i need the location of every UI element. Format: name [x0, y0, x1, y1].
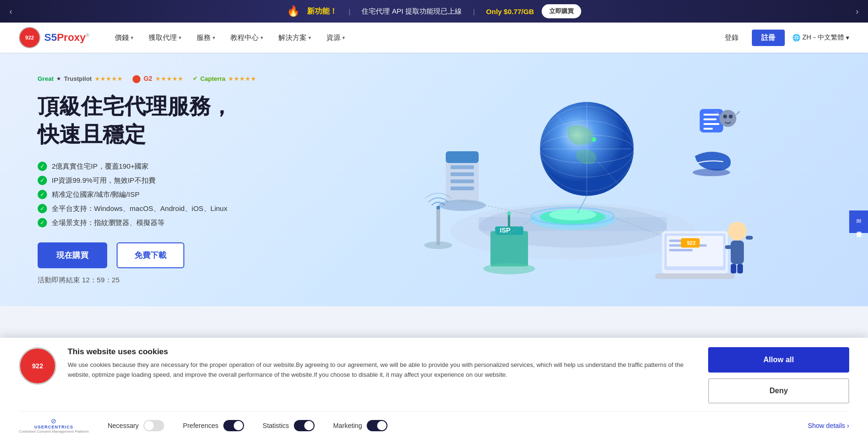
logo-area[interactable]: 922 S5Proxy®	[19, 27, 89, 48]
hero-title: 頂級住宅代理服務， 快速且穩定	[38, 93, 320, 149]
dropdown-icon: ▾	[179, 35, 181, 41]
header: 922 S5Proxy® 價錢 ▾ 獲取代理 ▾ 服務 ▾ 教程中心 ▾ 解決方…	[0, 23, 868, 53]
svg-point-32	[483, 263, 535, 274]
cookie-description: We use cookies because they are necessar…	[68, 360, 697, 380]
dropdown-icon: ▾	[260, 35, 263, 41]
svg-line-58	[736, 111, 740, 115]
language-selector[interactable]: 🌐 ZH－中文繁體 ▾	[792, 33, 849, 42]
marketing-toggle[interactable]	[367, 420, 387, 431]
announcement-description: 住宅代理 API 提取功能現已上線	[362, 7, 462, 16]
check-icon: ✓	[38, 218, 47, 227]
dropdown-icon: ▾	[342, 35, 345, 41]
svg-rect-44	[725, 245, 732, 249]
feature-list: ✓ 2億真實住宅IP，覆蓋190+國家 ✓ IP資源99.9%可用，無效IP不扣…	[38, 162, 320, 227]
nav-item-services[interactable]: 服務 ▾	[190, 30, 222, 46]
check-icon: ✓	[38, 176, 47, 185]
svg-rect-27	[490, 231, 528, 266]
hero-left-content: Great ★ Trustpilot ★★★★★ ⬤ G2 ★★★★★ ✔ Ca…	[38, 74, 320, 285]
svg-rect-22	[450, 187, 474, 190]
hero-illustration-svg: ISP 922	[320, 71, 830, 288]
svg-point-54	[719, 110, 736, 127]
svg-text:922: 922	[687, 240, 695, 246]
hero-illustration-area: ISP 922	[320, 71, 830, 288]
feature-item-1: ✓ 2億真實住宅IP，覆蓋190+國家	[38, 162, 320, 171]
svg-rect-24	[436, 208, 440, 245]
cookie-bottom-section: ⊘ USERCENTRICS Cookiebot Consent Managem…	[19, 411, 849, 434]
login-button[interactable]: 登錄	[719, 30, 744, 46]
cookie-content: This website uses cookies We use cookies…	[68, 347, 697, 404]
new-feature-label: 新功能！	[307, 7, 337, 16]
dropdown-icon: ▾	[131, 35, 134, 41]
countdown: 活動即將結束 12：59：25	[38, 276, 320, 285]
email-sidebar-tab[interactable]: ✉ 電子郵件	[849, 212, 868, 233]
deny-button[interactable]: Deny	[708, 378, 849, 404]
necessary-consent: Necessary	[108, 420, 164, 431]
chevron-down-icon: ▾	[846, 34, 849, 41]
statistics-consent: Statistics	[263, 420, 315, 431]
svg-point-42	[728, 222, 747, 241]
nav-item-solutions[interactable]: 解決方案 ▾	[272, 30, 318, 46]
dropdown-icon: ▾	[308, 35, 311, 41]
svg-rect-46	[731, 264, 736, 273]
cookie-action-buttons: Allow all Deny	[708, 347, 849, 404]
svg-point-31	[507, 211, 511, 215]
svg-rect-52	[703, 123, 719, 125]
globe-icon: 🌐	[792, 34, 800, 41]
nav-item-pricing[interactable]: 價錢 ▾	[108, 30, 140, 46]
free-download-button[interactable]: 免費下載	[117, 242, 184, 268]
svg-point-56	[729, 115, 733, 118]
svg-point-48	[693, 169, 730, 176]
header-right: 登錄 註冊 🌐 ZH－中文繁體 ▾	[719, 30, 849, 46]
marketing-consent: Marketing	[333, 420, 387, 431]
necessary-toggle[interactable]	[143, 420, 164, 431]
preferences-consent: Preferences	[183, 420, 244, 431]
svg-rect-21	[450, 179, 474, 183]
svg-point-5	[549, 209, 596, 220]
preferences-label: Preferences	[183, 422, 218, 429]
show-details-link[interactable]: Show details ›	[808, 422, 849, 429]
nav-menu: 價錢 ▾ 獲取代理 ▾ 服務 ▾ 教程中心 ▾ 解決方案 ▾ 資源 ▾	[108, 30, 719, 46]
cookie-top-section: 922 This website uses cookies We use coo…	[19, 347, 849, 404]
check-icon: ✓	[38, 204, 47, 213]
svg-rect-50	[703, 114, 719, 116]
register-button[interactable]: 註冊	[752, 30, 785, 46]
trustpilot-rating: Great ★ Trustpilot ★★★★★	[38, 75, 123, 82]
rating-row: Great ★ Trustpilot ★★★★★ ⬤ G2 ★★★★★ ✔ Ca…	[38, 74, 320, 83]
statistics-label: Statistics	[263, 422, 289, 429]
right-sidebar: ✉ 電子郵件	[849, 210, 868, 233]
statistics-toggle[interactable]	[294, 420, 315, 431]
buy-now-button[interactable]: 現在購買	[38, 242, 107, 268]
check-icon: ✓	[38, 190, 47, 199]
svg-rect-47	[737, 264, 743, 273]
cta-buttons: 現在購買 免費下載	[38, 242, 320, 268]
preferences-toggle[interactable]	[223, 420, 244, 431]
svg-rect-45	[746, 236, 753, 240]
fire-icon: 🔥	[287, 5, 300, 17]
svg-point-55	[723, 115, 727, 118]
feature-item-2: ✓ IP資源99.9%可用，無效IP不扣費	[38, 176, 320, 185]
feature-item-3: ✓ 精准定位國家/城市/郵編/ISP	[38, 190, 320, 199]
allow-all-button[interactable]: Allow all	[708, 347, 849, 373]
usercentrics-logo: ⊘ USERCENTRICS Cookiebot Consent Managem…	[19, 417, 89, 434]
cookie-brand-logo: 922	[19, 347, 56, 385]
announcement-buy-button[interactable]: 立即購買	[542, 4, 581, 18]
dropdown-icon: ▾	[213, 35, 215, 41]
svg-point-26	[436, 206, 440, 210]
svg-rect-43	[731, 241, 744, 264]
price-highlight: Only $0.77/GB	[486, 8, 534, 16]
feature-item-4: ✓ 全平台支持：Windows、macOS、Android、iOS、Linux	[38, 204, 320, 213]
svg-rect-19	[450, 165, 474, 169]
capterra-rating: ✔ Capterra ★★★★★	[193, 75, 256, 82]
svg-rect-53	[703, 128, 713, 130]
cookie-banner: 922 This website uses cookies We use coo…	[0, 338, 868, 443]
svg-rect-38	[669, 249, 693, 251]
svg-rect-41	[655, 273, 735, 279]
announcement-bar: ‹ 🔥 新功能！ | 住宅代理 API 提取功能現已上線 | Only $0.7…	[0, 0, 868, 23]
next-announcement-arrow[interactable]: ›	[856, 7, 859, 16]
prev-announcement-arrow[interactable]: ‹	[9, 7, 12, 16]
svg-rect-18	[446, 151, 479, 163]
nav-item-get-proxy[interactable]: 獲取代理 ▾	[142, 30, 188, 46]
feature-item-5: ✓ 全場景支持：指紋瀏覽器、模擬器等	[38, 218, 320, 227]
nav-item-resources[interactable]: 資源 ▾	[320, 30, 352, 46]
nav-item-tutorials[interactable]: 教程中心 ▾	[224, 30, 270, 46]
